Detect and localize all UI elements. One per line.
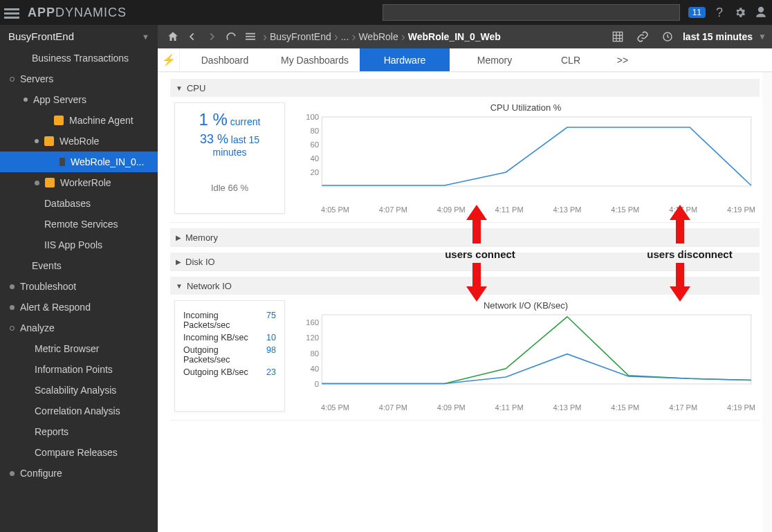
arrow-down-icon bbox=[670, 263, 690, 302]
sidebar-item-remote-services[interactable]: Remote Services bbox=[0, 214, 158, 235]
svg-text:0: 0 bbox=[315, 380, 319, 388]
chevron-down-icon: ▼ bbox=[142, 33, 149, 41]
clock-icon bbox=[660, 29, 675, 44]
brand-bold: APP bbox=[28, 6, 55, 19]
crumb-2[interactable]: WebRole bbox=[358, 31, 398, 42]
sidebar-item-reports[interactable]: Reports bbox=[0, 421, 158, 442]
net-icon bbox=[54, 116, 64, 125]
tab-hardware[interactable]: Hardware bbox=[360, 48, 450, 71]
net-row: Incoming KB/sec10 bbox=[183, 331, 276, 344]
sidebar-item-servers[interactable]: Servers bbox=[0, 68, 158, 89]
net-row: Incoming Packets/sec75 bbox=[183, 309, 276, 331]
sidebar-item-webrole[interactable]: WebRole bbox=[0, 131, 158, 152]
sidebar: BusyFrontEnd ▼ Business Transactions Ser… bbox=[0, 25, 158, 532]
user-icon[interactable] bbox=[754, 6, 768, 19]
crumb-3: WebRole_IN_0_Web bbox=[408, 31, 501, 42]
sidebar-item-databases[interactable]: Databases bbox=[0, 193, 158, 214]
notifications-badge[interactable]: 11 bbox=[688, 7, 706, 18]
settings-gear-icon[interactable] bbox=[733, 6, 747, 19]
cpu-chart-title: CPU Utilization % bbox=[296, 102, 755, 113]
svg-text:60: 60 bbox=[311, 140, 320, 149]
sidebar-item-correlation-analysis[interactable]: Correlation Analysis bbox=[0, 401, 158, 421]
top-bar: APPDYNAMICS 11 ? bbox=[0, 0, 772, 25]
svg-text:40: 40 bbox=[311, 365, 320, 373]
svg-rect-2 bbox=[246, 39, 255, 40]
tab-dashboard[interactable]: Dashboard bbox=[180, 48, 270, 71]
sidebar-item-iis-app-pools[interactable]: IIS App Pools bbox=[0, 235, 158, 255]
hamburger-icon[interactable] bbox=[4, 6, 19, 19]
network-summary-card: Incoming Packets/sec75 Incoming KB/sec10… bbox=[174, 300, 285, 412]
breadcrumb-sep: › bbox=[351, 30, 356, 44]
arrow-up-icon bbox=[670, 205, 690, 244]
timerange-picker[interactable]: last 15 minutes bbox=[683, 31, 753, 42]
sidebar-item-workerrole[interactable]: WorkerRole bbox=[0, 172, 158, 193]
refresh-icon[interactable] bbox=[223, 29, 239, 44]
tab-my-dashboards[interactable]: My Dashboards bbox=[270, 48, 360, 71]
sidebar-item-information-points[interactable]: Information Points bbox=[0, 359, 158, 380]
sidebar-item-analyze[interactable]: Analyze bbox=[0, 318, 158, 338]
sidebar-item-alert-respond[interactable]: Alert & Respond bbox=[0, 297, 158, 318]
triangle-right-icon: ▶ bbox=[176, 234, 181, 241]
chevron-down-icon: ▼ bbox=[758, 32, 766, 42]
cpu-chart: CPU Utilization % 10080604020 4:05 PM4:0… bbox=[296, 102, 755, 214]
bolt-icon[interactable]: ⚡ bbox=[158, 48, 180, 71]
network-chart: Network I/O (KB/sec) 16012080400 4:05 PM… bbox=[296, 300, 755, 412]
brand-rest: DYNAMICS bbox=[55, 6, 127, 19]
cpu-avg-pct: 33 % bbox=[200, 132, 228, 146]
svg-rect-1 bbox=[246, 36, 255, 37]
content-area: ▼ CPU 1 % current 33 % last 15 minutes I… bbox=[158, 72, 772, 532]
sidebar-item-business-transactions[interactable]: Business Transactions bbox=[0, 48, 158, 68]
svg-rect-0 bbox=[246, 33, 255, 35]
net-row: Outgoing Packets/sec98 bbox=[183, 344, 276, 366]
home-icon[interactable] bbox=[165, 29, 181, 44]
brand-logo: APPDYNAMICS bbox=[28, 6, 127, 20]
sidebar-item-troubleshoot[interactable]: Troubleshoot bbox=[0, 276, 158, 297]
annotation-connect: users connect bbox=[439, 248, 522, 260]
arrow-up-icon bbox=[466, 205, 487, 244]
tab-strip: ⚡ Dashboard My Dashboards Hardware Memor… bbox=[158, 48, 772, 72]
triangle-down-icon: ▼ bbox=[176, 282, 183, 290]
link-icon[interactable] bbox=[635, 29, 650, 44]
sidebar-item-scalability-analysis[interactable]: Scalability Analysis bbox=[0, 380, 158, 401]
panel-head-cpu[interactable]: ▼ CPU bbox=[170, 79, 760, 97]
svg-text:100: 100 bbox=[306, 114, 319, 121]
panel-cpu: ▼ CPU 1 % current 33 % last 15 minutes I… bbox=[170, 79, 760, 223]
svg-text:40: 40 bbox=[311, 154, 320, 163]
cpu-current-pct: 1 % bbox=[199, 110, 228, 129]
sidebar-item-webrole-in0[interactable]: WebRole_IN_0... bbox=[0, 152, 158, 172]
panel-title-networkio: Network IO bbox=[187, 281, 232, 291]
svg-text:80: 80 bbox=[311, 349, 320, 358]
net-row: Outgoing KB/sec23 bbox=[183, 366, 276, 378]
crumb-0[interactable]: BusyFrontEnd bbox=[270, 31, 331, 42]
sidebar-item-configure[interactable]: Configure bbox=[0, 463, 158, 484]
annotation-disconnect: users disconnect bbox=[638, 248, 742, 260]
list-icon[interactable] bbox=[243, 29, 258, 44]
sidebar-item-metric-browser[interactable]: Metric Browser bbox=[0, 338, 158, 359]
svg-rect-11 bbox=[322, 315, 751, 384]
sidebar-app-name: BusyFrontEnd bbox=[8, 30, 74, 42]
server-icon bbox=[59, 158, 65, 166]
breadcrumb-sep: › bbox=[263, 30, 267, 44]
panel-title-memory: Memory bbox=[185, 232, 218, 243]
help-icon[interactable]: ? bbox=[713, 6, 726, 19]
cpu-idle: Idle 66 % bbox=[183, 183, 276, 193]
tab-clr[interactable]: CLR bbox=[540, 48, 602, 71]
nav-forward-icon[interactable] bbox=[204, 29, 219, 44]
sidebar-item-compare-releases[interactable]: Compare Releases bbox=[0, 442, 158, 463]
global-search-input[interactable] bbox=[383, 4, 680, 21]
sidebar-item-machine-agent[interactable]: Machine Agent bbox=[0, 110, 158, 131]
nav-back-icon[interactable] bbox=[185, 29, 200, 44]
panel-title-cpu: CPU bbox=[187, 83, 205, 93]
svg-text:160: 160 bbox=[306, 318, 319, 327]
tab-more[interactable]: >> bbox=[602, 48, 643, 71]
crumb-1[interactable]: ... bbox=[341, 31, 349, 42]
sidebar-app-selector[interactable]: BusyFrontEnd ▼ bbox=[0, 25, 158, 48]
sidebar-item-events[interactable]: Events bbox=[0, 255, 158, 276]
net-chart-title: Network I/O (KB/sec) bbox=[296, 300, 755, 311]
grid-icon[interactable] bbox=[610, 29, 625, 44]
arrow-down-icon bbox=[466, 263, 487, 302]
tab-memory[interactable]: Memory bbox=[450, 48, 540, 71]
breadcrumb-toolbar: › BusyFrontEnd › ... › WebRole › WebRole… bbox=[158, 25, 772, 48]
svg-text:80: 80 bbox=[311, 127, 320, 135]
sidebar-item-app-servers[interactable]: App Servers bbox=[0, 89, 158, 110]
